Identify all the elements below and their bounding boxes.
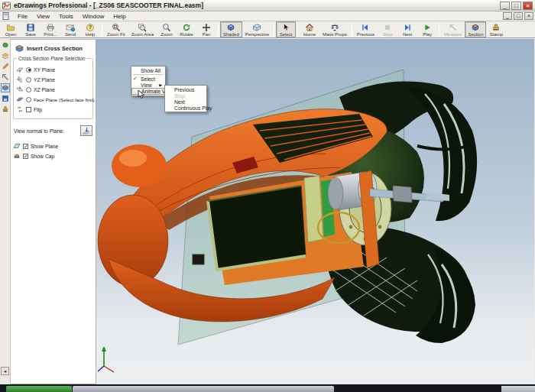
toolbar-button-stamp[interactable]: Stamp: [486, 21, 506, 37]
toolbar-button-print[interactable]: Print...: [41, 21, 60, 37]
xz-plane-radio[interactable]: [26, 87, 31, 92]
toolbar-button-section[interactable]: Section: [465, 21, 486, 37]
xy-plane-radio[interactable]: [26, 67, 31, 73]
toolbar-separator: [218, 23, 219, 36]
pan-icon: [202, 23, 211, 32]
face-plane-radio[interactable]: [26, 97, 31, 102]
menu-tools[interactable]: Tools: [54, 13, 78, 20]
zoom-icon: [162, 23, 171, 32]
section-cube-icon[interactable]: [1, 83, 10, 92]
toolbar-button-rotate[interactable]: Rotate: [177, 21, 196, 37]
submenu-item-continuous-play[interactable]: Continuous Play: [165, 105, 206, 111]
section-cube-icon: [471, 23, 480, 32]
toolbar-button-mass-props[interactable]: Mass Props: [319, 21, 350, 37]
document-icon: [2, 12, 10, 20]
toolbar-button-help[interactable]: ? Help: [80, 21, 100, 37]
radio-row-xy-plane[interactable]: XY Plane: [16, 66, 91, 73]
perspective-cube-icon: [252, 23, 261, 32]
view-normal-label: View normal to Plane:: [14, 128, 64, 134]
title-bar: eDrawings Professional - [_ZS06 SEASCOOT…: [0, 0, 535, 11]
start-button-sliver[interactable]: [6, 386, 72, 392]
task-button-sliver[interactable]: [73, 386, 334, 392]
menu-view[interactable]: View: [32, 13, 54, 20]
toolbar-button-pan[interactable]: Pan: [196, 21, 216, 37]
select-pointer-icon: [281, 23, 290, 32]
animate-views-submenu: Previous Stop Next Continuous Play: [164, 85, 207, 112]
show-cap-checkbox[interactable]: ✓: [23, 154, 28, 159]
minimize-button[interactable]: _: [500, 2, 510, 10]
taskbar-sliver: [0, 384, 535, 392]
toolbar-button-next[interactable]: Next: [397, 21, 417, 37]
toolbar-button-stop[interactable]: Stop: [378, 21, 397, 37]
toolbar-button-zoom-fit[interactable]: Zoom Fit: [104, 21, 128, 37]
save-floppy-icon: [26, 23, 35, 32]
shaded-cube-icon: [226, 23, 235, 32]
toolbar-button-zoom[interactable]: Zoom: [157, 21, 177, 37]
view-normal-button[interactable]: [80, 125, 92, 136]
menu-file[interactable]: File: [13, 13, 32, 20]
home-icon: [305, 23, 314, 32]
menu-bar: File View Tools Window Help _ □ ×: [0, 11, 535, 21]
next-icon: [403, 23, 412, 32]
show-plane-row[interactable]: ✓ Show Plane: [13, 142, 93, 150]
side-toolbar: ◂: [0, 39, 11, 384]
show-plane-checkbox[interactable]: ✓: [23, 144, 28, 149]
save-floppy-icon[interactable]: [1, 94, 10, 103]
stamp-icon[interactable]: [1, 105, 10, 114]
close-button[interactable]: ×: [523, 2, 533, 10]
send-icon: [66, 23, 75, 32]
yz-plane-icon: [16, 76, 24, 83]
flip-checkbox[interactable]: [26, 107, 31, 112]
previous-icon: [361, 23, 370, 32]
toolbar-button-perspective[interactable]: Perspective: [242, 21, 272, 37]
radio-row-face-plane[interactable]: Face Plane (Select face first): [16, 96, 91, 103]
xz-plane-icon: [16, 86, 24, 93]
group-title: Cross Section Plane Selection: [17, 56, 86, 61]
toolbar-button-send[interactable]: Send: [60, 21, 80, 37]
flip-row[interactable]: Flip: [16, 105, 91, 113]
submenu-item-next[interactable]: Next: [165, 99, 206, 105]
panel-collapse-button[interactable]: ◂: [1, 367, 9, 375]
menu-window[interactable]: Window: [78, 13, 109, 20]
layers-icon[interactable]: [1, 51, 10, 60]
toolbar-button-shaded[interactable]: Shaded: [220, 21, 242, 37]
show-plane-icon: [13, 142, 21, 150]
yz-plane-radio[interactable]: [26, 77, 31, 83]
show-cap-row[interactable]: ✓ Show Cap: [13, 152, 93, 160]
toolbar-button-zoom-area[interactable]: Zoom Area: [128, 21, 157, 37]
svg-text:?: ?: [89, 24, 92, 30]
radio-row-xz-plane[interactable]: XZ Plane: [16, 86, 91, 93]
mdi-restore-button[interactable]: □: [514, 12, 523, 20]
menu-item-animate-views[interactable]: Animate Views ▶: [131, 88, 165, 95]
submenu-item-previous[interactable]: Previous: [165, 86, 206, 92]
components-icon[interactable]: [1, 40, 10, 50]
radio-row-yz-plane[interactable]: YZ Plane: [16, 76, 91, 83]
toolbar-separator: [297, 23, 298, 36]
context-menu: Show All ✓ Select View ▶ Animate Views ▶: [131, 66, 166, 96]
xy-plane-icon: [16, 66, 24, 73]
restore-button[interactable]: □: [511, 2, 521, 10]
panel-title: Insert Cross Section: [27, 45, 83, 52]
submenu-item-stop[interactable]: Stop: [165, 92, 206, 99]
mdi-minimize-button[interactable]: _: [503, 12, 512, 20]
submenu-arrow-icon: ▶: [153, 83, 162, 87]
show-cap-icon: [13, 152, 21, 160]
stop-icon: [383, 23, 392, 32]
menu-item-select[interactable]: ✓ Select: [131, 76, 165, 82]
menu-help[interactable]: Help: [109, 13, 130, 20]
menu-item-show-all[interactable]: Show All: [131, 67, 165, 73]
mdi-close-button[interactable]: ×: [524, 12, 533, 20]
toolbar-button-open[interactable]: Open: [1, 21, 21, 37]
markup-pencil-icon[interactable]: [1, 62, 10, 71]
open-folder-icon: [6, 23, 15, 32]
toolbar-button-previous[interactable]: Previous: [354, 21, 378, 37]
menu-item-view[interactable]: View ▶: [131, 82, 165, 88]
zoom-area-icon: [138, 23, 147, 32]
toolbar-button-home[interactable]: Home: [300, 21, 319, 37]
toolbar-button-measure[interactable]: Measure: [441, 21, 465, 37]
toolbar-button-select[interactable]: Select: [276, 21, 296, 37]
toolbar-button-play[interactable]: Play: [417, 21, 437, 37]
measure-caliper-icon[interactable]: [1, 73, 10, 82]
toolbar-button-save[interactable]: Save: [21, 21, 41, 37]
menu-separator: [133, 74, 164, 75]
